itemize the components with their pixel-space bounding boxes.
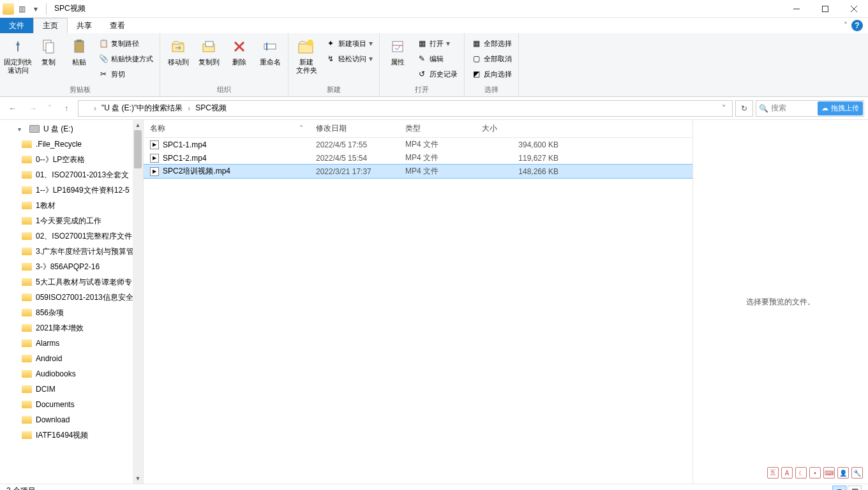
tree-folder[interactable]: Documents <box>0 397 143 412</box>
scroll-down-icon[interactable]: ▼ <box>133 473 143 484</box>
ime-icon-7[interactable]: 🔧 <box>851 467 863 479</box>
address-bar[interactable]: › "U 盘 (E:)"中的搜索结果 › SPC视频 ˅ <box>78 100 733 117</box>
open-button[interactable]: ▦打开▾ <box>414 36 460 50</box>
cut-button[interactable]: ✂剪切 <box>96 67 156 81</box>
search-box[interactable]: 🔍 搜索 ☁ 拖拽上传 <box>756 100 864 117</box>
easy-access-icon: ↯ <box>326 54 336 64</box>
copy-path-button[interactable]: 📋复制路径 <box>96 36 156 50</box>
ime-icon-1[interactable]: 五 <box>767 467 779 479</box>
tree-folder[interactable]: Audiobooks <box>0 366 143 382</box>
scroll-up-icon[interactable]: ▲ <box>133 120 143 130</box>
svg-rect-6 <box>75 41 84 52</box>
ime-icon-6[interactable]: 👤 <box>837 467 849 479</box>
address-bar-row: ← → ˅ ↑ › "U 盘 (E:)"中的搜索结果 › SPC视频 ˅ ↻ 🔍… <box>0 97 868 120</box>
ribbon: 固定到快 速访问 复制 粘贴 📋复制路径 📎粘贴快捷方式 ✂剪切 剪贴板 移动到… <box>0 33 868 97</box>
svg-rect-11 <box>264 44 276 49</box>
paste-shortcut-button[interactable]: 📎粘贴快捷方式 <box>96 52 156 66</box>
tree-folder[interactable]: 1教材 <box>0 198 143 213</box>
copyto-icon <box>198 36 219 57</box>
file-row[interactable]: ▶SPC1-2.mp42022/4/5 15:54MP4 文件119,627 K… <box>144 151 692 165</box>
file-list: 名称˄ 修改日期 类型 大小 ▶SPC1-1.mp42022/4/5 17:55… <box>144 120 692 484</box>
copy-button[interactable]: 复制 <box>34 35 63 66</box>
invert-selection-button[interactable]: ◩反向选择 <box>468 67 514 81</box>
pin-button[interactable]: 固定到快 速访问 <box>4 35 32 75</box>
ime-icon-5[interactable]: ⌨ <box>823 467 835 479</box>
minimize-button[interactable] <box>782 0 811 18</box>
maximize-button[interactable] <box>811 0 839 18</box>
tree-folder[interactable]: 3.广东年度经营计划与预算管 <box>0 244 143 259</box>
tree-folder[interactable]: 3-》856APQP2-16 <box>0 259 143 274</box>
tree-folder[interactable]: 059ISO27001-2013信息安全 <box>0 290 143 305</box>
paste-shortcut-icon: 📎 <box>98 54 108 64</box>
new-item-button[interactable]: ✦新建项目▾ <box>323 36 375 50</box>
copyto-button[interactable]: 复制到 <box>195 35 223 66</box>
tab-home[interactable]: 主页 <box>33 18 68 33</box>
col-name[interactable]: 名称˄ <box>144 123 310 134</box>
properties-button[interactable]: 属性 <box>384 35 412 66</box>
col-type[interactable]: 类型 <box>399 123 475 134</box>
tree-folder[interactable]: 1--》LP16949文件资料12-5 <box>0 182 143 198</box>
chevron-right-icon[interactable]: › <box>186 104 191 113</box>
tab-file[interactable]: 文件 <box>0 18 33 33</box>
upload-badge[interactable]: ☁ 拖拽上传 <box>818 101 863 115</box>
history-button[interactable]: ↺历史记录 <box>414 67 460 81</box>
svg-rect-1 <box>822 6 828 11</box>
paste-button[interactable]: 粘贴 <box>65 35 93 66</box>
qat-dropdown-icon[interactable]: ▾ <box>29 2 42 16</box>
tab-share[interactable]: 共享 <box>68 18 101 33</box>
icons-view-button[interactable]: ▦ <box>848 486 862 491</box>
select-none-button[interactable]: ▢全部取消 <box>468 52 514 66</box>
nav-recent-button[interactable]: ˅ <box>45 101 55 116</box>
refresh-button[interactable]: ↻ <box>735 100 753 117</box>
qat-properties-icon[interactable]: ▥ <box>15 2 28 16</box>
tree-folder[interactable]: IATF16494视频 <box>0 427 143 443</box>
ime-icon-2[interactable]: A <box>781 467 793 479</box>
ribbon-collapse-icon[interactable]: ˄ <box>844 21 848 30</box>
breadcrumb-1[interactable]: "U 盘 (E:)"中的搜索结果 <box>99 103 185 114</box>
delete-button[interactable]: 删除 <box>225 35 253 66</box>
nav-back-button[interactable]: ← <box>4 101 22 116</box>
tree-folder[interactable]: 02、ISO27001完整程序文件 <box>0 228 143 244</box>
tree-folder[interactable]: Android <box>0 351 143 366</box>
nav-forward-button[interactable]: → <box>24 101 42 116</box>
close-button[interactable] <box>839 0 868 18</box>
tree-folder[interactable]: DCIM <box>0 382 143 397</box>
file-row[interactable]: ▶SPC2培训视频.mp42022/3/21 17:37MP4 文件148,26… <box>144 165 692 178</box>
scroll-thumb[interactable] <box>134 130 142 168</box>
cut-icon: ✂ <box>98 69 108 79</box>
tree-folder[interactable]: 1今天要完成的工作 <box>0 213 143 228</box>
nav-scrollbar[interactable]: ▲ ▼ <box>133 120 143 484</box>
col-size[interactable]: 大小 <box>475 123 565 134</box>
tree-folder[interactable]: .File_Recycle <box>0 137 143 152</box>
copy-path-icon: 📋 <box>98 38 108 48</box>
moveto-button[interactable]: 移动到 <box>164 35 192 66</box>
ime-icon-4[interactable]: • <box>809 467 821 479</box>
help-icon[interactable]: ? <box>851 20 863 31</box>
tree-folder[interactable]: Alarms <box>0 336 143 351</box>
chevron-right-icon[interactable]: › <box>93 104 98 113</box>
new-item-icon: ✦ <box>326 38 336 48</box>
breadcrumb-2[interactable]: SPC视频 <box>193 103 229 114</box>
nav-up-button[interactable]: ↑ <box>57 101 75 116</box>
tab-view[interactable]: 查看 <box>101 18 134 33</box>
ime-icon-3[interactable]: ☾ <box>795 467 807 479</box>
addr-dropdown-icon[interactable]: ˅ <box>718 104 730 113</box>
edit-button[interactable]: ✎编辑 <box>414 52 460 66</box>
col-date[interactable]: 修改日期 <box>310 123 399 134</box>
tree-folder[interactable]: 0--》LP空表格 <box>0 152 143 167</box>
tree-folder[interactable]: Download <box>0 412 143 427</box>
status-text: 3 个项目 <box>6 486 36 490</box>
tree-folder[interactable]: 856杂项 <box>0 305 143 320</box>
properties-icon <box>387 36 408 57</box>
tree-drive[interactable]: ▾U 盘 (E:) <box>0 121 143 137</box>
easy-access-button[interactable]: ↯轻松访问▾ <box>323 52 375 66</box>
tree-folder[interactable]: 01、ISO27001-2013全套文 <box>0 167 143 182</box>
rename-button[interactable]: 重命名 <box>256 35 284 66</box>
file-row[interactable]: ▶SPC1-1.mp42022/4/5 17:55MP4 文件394,600 K… <box>144 138 692 151</box>
tree-folder[interactable]: 2021降本增效 <box>0 320 143 336</box>
details-view-button[interactable]: ≡ <box>832 486 846 491</box>
group-select-label: 选择 <box>468 84 514 96</box>
new-folder-button[interactable]: 新建 文件夹 <box>292 35 320 75</box>
select-all-button[interactable]: ▦全部选择 <box>468 36 514 50</box>
tree-folder[interactable]: 5大工具教材与试卷谭老师专 <box>0 274 143 290</box>
